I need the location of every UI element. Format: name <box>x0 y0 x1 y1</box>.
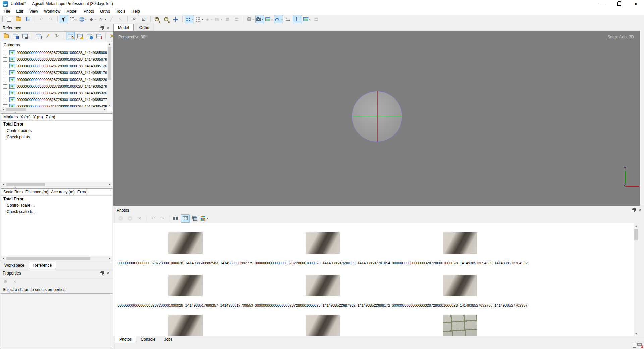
preview-mode-button[interactable] <box>181 214 190 223</box>
table-row[interactable]: Control points <box>1 127 112 134</box>
scroll-up-icon[interactable]: ▴ <box>107 41 112 46</box>
camera-checkbox[interactable] <box>3 57 7 62</box>
photo-thumbnail[interactable] <box>306 275 340 296</box>
cameras-group-header[interactable]: Cameras <box>4 43 20 47</box>
open-button[interactable] <box>14 15 23 23</box>
splitter-caret[interactable]: ˆ <box>76 39 77 42</box>
remove-photos-button[interactable]: × <box>135 214 144 223</box>
tab-console[interactable]: Console <box>136 336 160 343</box>
scroll-right-icon[interactable]: ▸ <box>107 256 112 261</box>
show-panel-button[interactable] <box>293 15 302 23</box>
rotate-right-button[interactable]: ↷ <box>158 214 167 223</box>
view-variance-button[interactable] <box>94 32 103 40</box>
export-reference-button[interactable] <box>11 32 20 40</box>
update-transform-button[interactable]: ↻ <box>53 32 61 40</box>
cameras-vscrollbar[interactable]: ▴ ▾ <box>107 41 112 107</box>
show-shapes-button[interactable] <box>284 15 292 23</box>
menu-workflow[interactable]: Workflow <box>41 8 63 14</box>
markers-hscrollbar[interactable]: ◂ ▸ <box>1 182 112 187</box>
details-mode-button[interactable] <box>190 214 199 223</box>
splitter-caret[interactable]: ˆ <box>15 112 16 115</box>
measure-button[interactable]: ◺ <box>116 15 125 23</box>
float-panel-icon[interactable] <box>99 271 104 276</box>
tab-workspace[interactable]: Workspace <box>0 262 29 269</box>
camera-list-item[interactable]: 00000000000000003287280001000028_1414938… <box>1 49 107 56</box>
scroll-thumb[interactable] <box>6 108 26 111</box>
tab-photos[interactable]: Photos <box>115 336 136 343</box>
restore-button[interactable] <box>611 0 627 8</box>
properties-list-box[interactable] <box>1 293 112 347</box>
import-reference-button[interactable] <box>2 32 10 40</box>
camera-list-item[interactable]: 00000000000000003287280001000028_1414938… <box>1 56 107 63</box>
column-header[interactable]: Y (m) <box>31 114 43 120</box>
delete-button[interactable]: × <box>130 15 139 23</box>
column-header[interactable]: Distance (m) <box>23 189 49 195</box>
camera-checkbox[interactable] <box>3 78 7 82</box>
column-header[interactable]: Z (m) <box>43 114 56 120</box>
camera-checkbox[interactable] <box>3 91 7 95</box>
camera-list-item[interactable]: 00000000000000003287280001000028_1414938… <box>1 96 107 103</box>
ruler-button[interactable]: ╱ <box>107 15 116 23</box>
toolbar-grip[interactable] <box>2 16 3 22</box>
cameras-hscrollbar[interactable]: ◂ ▸ <box>1 107 107 112</box>
scroll-left-icon[interactable]: ◂ <box>1 256 6 261</box>
scroll-thumb[interactable] <box>6 257 90 260</box>
enable-photos-button[interactable] <box>116 214 125 223</box>
scroll-thumb[interactable] <box>6 183 45 186</box>
scroll-thumb[interactable] <box>634 229 638 240</box>
scroll-down-icon[interactable]: ▾ <box>107 103 112 107</box>
photo-thumbnail[interactable] <box>443 232 477 254</box>
tab-model[interactable]: Model <box>113 24 134 31</box>
menu-photo[interactable]: Photo <box>80 8 97 14</box>
photo-thumbnail[interactable] <box>443 315 477 336</box>
camera-checkbox[interactable] <box>3 98 7 102</box>
move-object-button[interactable]: ▾ <box>78 15 87 23</box>
filter-photos-button[interactable] <box>171 214 180 223</box>
camera-checkbox[interactable] <box>3 84 7 89</box>
stereo-view-button[interactable]: ▤ <box>312 15 321 23</box>
thumbnail-size-button[interactable]: ▾ <box>200 214 209 223</box>
column-header[interactable]: Accuracy (m) <box>49 189 75 195</box>
column-header[interactable]: Scale Bars <box>1 189 23 195</box>
wireframe-view-button[interactable]: ▦ <box>223 15 232 23</box>
photo-thumbnail[interactable] <box>306 315 340 336</box>
scalebars-hscrollbar[interactable]: ◂ ▸ <box>1 256 112 261</box>
scroll-thumb[interactable] <box>108 47 111 80</box>
background-image-button[interactable]: ▾ <box>303 15 311 23</box>
close-panel-icon[interactable]: × <box>105 25 111 31</box>
menu-ortho[interactable]: Ortho <box>97 8 113 14</box>
point-cloud-view-button[interactable]: ▾ <box>185 15 194 23</box>
table-row[interactable]: Total Error <box>1 196 112 202</box>
close-button[interactable]: × <box>628 0 643 8</box>
scroll-right-icon[interactable]: ▸ <box>107 182 112 187</box>
new-button[interactable] <box>5 15 13 23</box>
rotate-region-button[interactable]: ↻▾ <box>98 15 107 23</box>
menu-tools[interactable]: Tools <box>113 8 128 14</box>
float-panel-icon[interactable] <box>99 26 104 30</box>
close-panel-icon[interactable]: × <box>637 207 643 213</box>
photo-thumbnail[interactable] <box>168 315 203 336</box>
photo-thumbnail[interactable] <box>306 232 340 254</box>
rectangle-selection-button[interactable]: ▾ <box>69 15 78 23</box>
transform-button[interactable] <box>43 32 52 40</box>
view-source-button[interactable] <box>66 32 75 40</box>
save-button[interactable] <box>23 15 32 23</box>
menu-model[interactable]: Model <box>63 8 80 14</box>
show-track-button[interactable]: ▾ <box>274 15 283 23</box>
photo-thumbnail[interactable] <box>168 232 203 254</box>
view-estimated-button[interactable] <box>85 32 94 40</box>
camera-checkbox[interactable] <box>3 64 7 68</box>
splitter-caret[interactable]: ˆ <box>15 187 16 190</box>
dense-cloud-view-button[interactable]: ▾ <box>195 15 204 23</box>
show-sphere-button[interactable]: ▾ <box>246 15 255 23</box>
scroll-down-icon[interactable]: ▾ <box>634 331 639 336</box>
table-row[interactable]: Total Error <box>1 121 112 127</box>
photos-vscrollbar[interactable]: ▴ ▾ <box>634 223 639 336</box>
menu-edit[interactable]: Edit <box>13 8 26 14</box>
close-panel-icon[interactable]: × <box>105 270 111 276</box>
tab-jobs[interactable]: Jobs <box>160 336 177 343</box>
rotate-left-button[interactable]: ↶ <box>149 214 157 223</box>
convert-reference-button[interactable] <box>20 32 29 40</box>
menu-file[interactable]: File <box>1 8 13 14</box>
redo-button[interactable]: ↷ <box>46 15 55 23</box>
